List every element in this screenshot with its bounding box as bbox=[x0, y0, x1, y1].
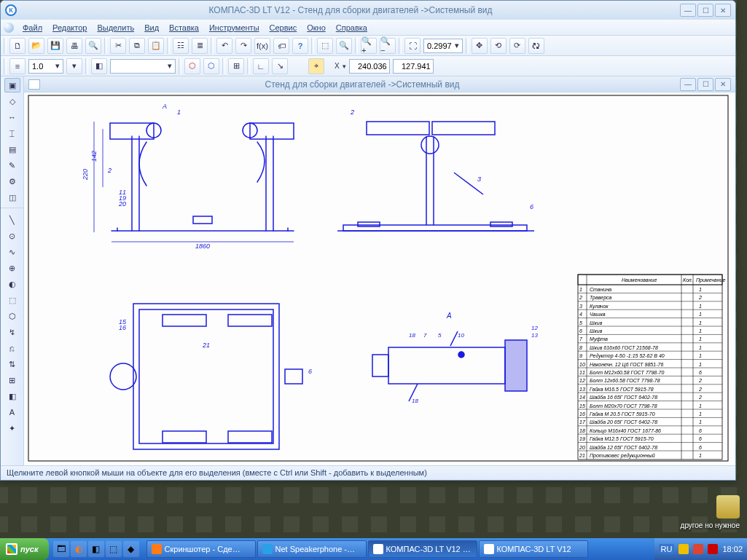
style-select[interactable]: ▾ bbox=[110, 59, 176, 74]
local-cs-button[interactable]: ⌖ bbox=[308, 58, 324, 74]
task-kompas[interactable]: КОМПАС-3D LT V12 bbox=[479, 540, 588, 558]
tray-shield-icon[interactable] bbox=[678, 544, 689, 554]
tool-g[interactable]: ⬡ bbox=[4, 309, 20, 323]
help-button[interactable]: ? bbox=[292, 38, 308, 54]
menu-service[interactable]: Сервис bbox=[265, 22, 302, 33]
zoom-value-select[interactable]: 0.2997▾ bbox=[423, 39, 463, 53]
tool-h[interactable]: ↯ bbox=[4, 325, 20, 339]
tool-n[interactable]: ✦ bbox=[4, 421, 20, 435]
zoom-window-button[interactable]: ⬚ bbox=[317, 38, 333, 54]
fx-button[interactable]: f(x) bbox=[254, 38, 270, 54]
hatch-tool[interactable]: ▤ bbox=[4, 142, 20, 157]
tray-av-icon[interactable] bbox=[708, 544, 718, 554]
tool-d[interactable]: ⊕ bbox=[4, 261, 20, 275]
clock[interactable]: 18:02 bbox=[722, 545, 743, 553]
grid-button[interactable]: ⊞ bbox=[228, 58, 244, 74]
layers-button[interactable]: ≣ bbox=[192, 38, 208, 54]
ql-app1[interactable]: ◧ bbox=[88, 541, 104, 557]
toolbar-main: 🗋 📂 💾 🖶 🔍 ✂ ⧉ 📋 ☷ ≣ ↶ ↷ f(x) 🏷 ? ⬚ 🔍 🔍+ … bbox=[1, 36, 735, 56]
ortho-button[interactable]: ∟ bbox=[253, 58, 269, 74]
tool-j[interactable]: ⇅ bbox=[4, 357, 20, 371]
tool-m[interactable]: A bbox=[4, 405, 20, 419]
zoom-prev-button[interactable]: ⟲ bbox=[490, 38, 507, 54]
param-tool[interactable]: ⚙ bbox=[4, 174, 20, 189]
close-button[interactable]: ✕ bbox=[715, 4, 731, 17]
dim-tool[interactable]: ↔ bbox=[4, 110, 20, 125]
task-kompas-active[interactable]: КОМПАС-3D LT V12 … bbox=[368, 540, 477, 558]
tool-e[interactable]: ◐ bbox=[4, 277, 20, 291]
pan-button[interactable]: ✥ bbox=[472, 38, 488, 54]
menu-help[interactable]: Справка bbox=[332, 22, 372, 33]
undo-button[interactable]: ↶ bbox=[216, 38, 232, 54]
geom-tool[interactable]: ◇ bbox=[4, 94, 20, 109]
refresh-button[interactable]: 🗘 bbox=[528, 38, 544, 54]
new-button[interactable]: 🗋 bbox=[9, 38, 26, 54]
menu-select[interactable]: Выделить bbox=[93, 22, 138, 33]
menu-editor[interactable]: Редактор bbox=[48, 22, 91, 33]
titlebar[interactable]: К КОМПАС-3D LT V12 - Стенд для сборки дв… bbox=[1, 1, 735, 20]
snap-on-button[interactable]: ⬡ bbox=[184, 58, 200, 74]
tool-i[interactable]: ⎌ bbox=[4, 341, 20, 355]
copy-button[interactable]: ⧉ bbox=[129, 38, 145, 54]
zoom-in-button[interactable]: 🔍+ bbox=[361, 38, 377, 54]
rounding-button[interactable]: ↘ bbox=[272, 58, 288, 74]
redraw-button[interactable]: ⟳ bbox=[509, 38, 525, 54]
ql-firefox[interactable]: ◐ bbox=[71, 541, 87, 557]
line-weight-select[interactable]: 1.0▾ bbox=[28, 59, 63, 74]
ql-desktop[interactable]: ⬚ bbox=[106, 541, 122, 557]
tool-a[interactable]: ╲ bbox=[4, 213, 20, 227]
paste-button[interactable]: 📋 bbox=[148, 38, 164, 54]
y-coord-field[interactable] bbox=[393, 59, 434, 74]
zoom-fit-button[interactable]: ⛶ bbox=[404, 38, 421, 54]
svg-text:11: 11 bbox=[579, 370, 585, 375]
minimize-button[interactable]: — bbox=[680, 4, 696, 17]
edit-tool[interactable]: ✎ bbox=[4, 158, 20, 173]
svg-rect-33 bbox=[490, 222, 512, 226]
tool-f[interactable]: ⬚ bbox=[4, 293, 20, 307]
props-button[interactable]: ☷ bbox=[173, 38, 189, 54]
ql-app2[interactable]: ◆ bbox=[123, 541, 139, 557]
linetype-button[interactable]: ≡ bbox=[9, 58, 26, 74]
desktop-shortcut[interactable]: другое но нужное bbox=[681, 495, 740, 529]
redo-button[interactable]: ↷ bbox=[235, 38, 251, 54]
measure-tool[interactable]: ◫ bbox=[4, 190, 20, 205]
system-tray[interactable]: RU 18:02 bbox=[654, 538, 747, 560]
snap-off-button[interactable]: ⬡ bbox=[203, 58, 219, 74]
color-button[interactable]: ◧ bbox=[91, 58, 107, 74]
document-titlebar[interactable]: Стенд для сборки двигателей ->Системный … bbox=[24, 76, 735, 92]
tool-b[interactable]: ⊙ bbox=[4, 229, 20, 243]
tray-red-icon[interactable] bbox=[693, 544, 703, 554]
doc-close-button[interactable]: ✕ bbox=[715, 78, 731, 91]
cut-button[interactable]: ✂ bbox=[110, 38, 126, 54]
tool-l[interactable]: ◧ bbox=[4, 389, 20, 403]
open-button[interactable]: 📂 bbox=[28, 38, 44, 54]
menu-tools[interactable]: Инструменты bbox=[205, 22, 264, 33]
zoom-dyn-button[interactable]: 🔍 bbox=[336, 38, 352, 54]
x-coord-field[interactable] bbox=[349, 59, 390, 74]
vars-button[interactable]: 🏷 bbox=[273, 38, 289, 54]
task-speakerphone[interactable]: Net Speakerphone -… bbox=[257, 540, 367, 558]
tool-palette: ▣◇↔⌶▤✎⚙◫╲⊙∿⊕◐⬚⬡↯⎌⇅⊞◧A✦ bbox=[1, 76, 24, 465]
print-button[interactable]: 🖶 bbox=[66, 38, 82, 54]
start-button[interactable]: пуск bbox=[0, 538, 49, 560]
doc-minimize-button[interactable]: — bbox=[680, 78, 696, 91]
text-tool[interactable]: ⌶ bbox=[4, 126, 20, 141]
maximize-button[interactable]: ☐ bbox=[697, 4, 713, 17]
zoom-out-button[interactable]: 🔍− bbox=[380, 38, 396, 54]
save-button[interactable]: 💾 bbox=[47, 38, 63, 54]
menu-file[interactable]: Файл bbox=[18, 22, 47, 33]
lineweight-list[interactable]: ▾ bbox=[66, 58, 82, 74]
menu-view[interactable]: Вид bbox=[140, 22, 163, 33]
tool-k[interactable]: ⊞ bbox=[4, 373, 20, 387]
select-tool[interactable]: ▣ bbox=[4, 78, 20, 92]
lang-indicator[interactable]: RU bbox=[659, 544, 675, 554]
ql-explorer[interactable]: 🗔 bbox=[53, 541, 69, 557]
menu-window[interactable]: Окно bbox=[302, 22, 330, 33]
tool-c[interactable]: ∿ bbox=[4, 245, 20, 259]
svg-rect-26 bbox=[343, 225, 527, 231]
drawing-canvas[interactable]: А 1 220 142 1860 2 11 19 20 bbox=[24, 92, 735, 465]
doc-maximize-button[interactable]: ☐ bbox=[697, 78, 713, 91]
preview-button[interactable]: 🔍 bbox=[85, 38, 101, 54]
task-screenshot[interactable]: Скриншотер - Сде… bbox=[146, 540, 256, 558]
menu-insert[interactable]: Вставка bbox=[165, 22, 203, 33]
